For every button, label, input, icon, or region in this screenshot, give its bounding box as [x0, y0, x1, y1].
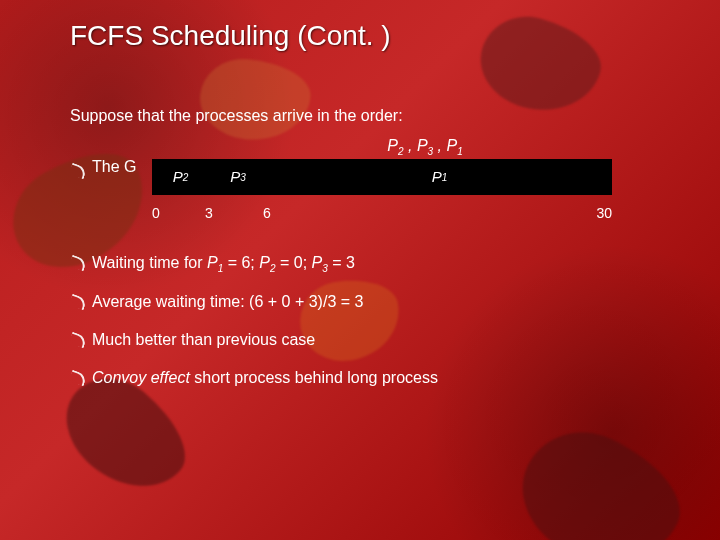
- bullet-gantt: The G P2 P3 P1 0: [70, 159, 660, 223]
- tick-30: 30: [596, 203, 612, 224]
- convoy-rest: short process behind long process: [190, 369, 438, 386]
- wait-p1: P: [207, 254, 218, 271]
- bullet-waiting-time: Waiting time for P1 = 6; P2 = 0; P3 = 3: [70, 251, 660, 276]
- order-p1: P1: [446, 137, 462, 154]
- gantt-bar: P2 P3 P1: [152, 159, 612, 195]
- wait-p3: P: [312, 254, 323, 271]
- content-area: FCFS Scheduling (Cont. ) Suppose that th…: [70, 20, 660, 404]
- gantt-bullet-prefix: The G: [92, 155, 136, 179]
- order-p3: P3: [417, 137, 433, 154]
- tick-0: 0: [152, 203, 160, 224]
- seg-label: P: [173, 166, 183, 189]
- process-order: P2 , P3 , P1: [190, 137, 660, 157]
- gantt-ticks: 0 3 6 30: [152, 203, 612, 223]
- slide: FCFS Scheduling (Cont. ) Suppose that th…: [0, 0, 720, 540]
- order-p2: P2: [387, 137, 403, 154]
- wait-p2: P: [259, 254, 270, 271]
- gantt-segment-p2: P2: [152, 159, 209, 195]
- bullet-list: The G P2 P3 P1 0: [70, 159, 660, 390]
- seg-sub: 2: [183, 170, 189, 185]
- decorative-leaf: [502, 412, 698, 540]
- slide-title: FCFS Scheduling (Cont. ): [70, 20, 660, 52]
- wait-p1-eq: = 6;: [223, 254, 259, 271]
- wait-p2-eq: = 0;: [276, 254, 312, 271]
- intro-text: Suppose that the processes arrive in the…: [70, 107, 660, 125]
- wait-p3-eq: = 3: [328, 254, 355, 271]
- seg-sub: 1: [442, 170, 448, 185]
- bullet-average: Average waiting time: (6 + 0 + 3)/3 = 3: [70, 290, 660, 314]
- bullet-convoy: Convoy effect short process behind long …: [70, 366, 660, 390]
- seg-sub: 3: [240, 170, 246, 185]
- wait-prefix: Waiting time for: [92, 254, 207, 271]
- tick-6: 6: [263, 203, 271, 224]
- bullet-much-better: Much better than previous case: [70, 328, 660, 352]
- gantt-segment-p3: P3: [209, 159, 267, 195]
- gantt-segment-p1: P1: [267, 159, 612, 195]
- tick-3: 3: [205, 203, 213, 224]
- gantt-chart: P2 P3 P1 0 3 6 30: [152, 159, 660, 223]
- seg-label: P: [432, 166, 442, 189]
- seg-label: P: [230, 166, 240, 189]
- convoy-em: Convoy effect: [92, 369, 190, 386]
